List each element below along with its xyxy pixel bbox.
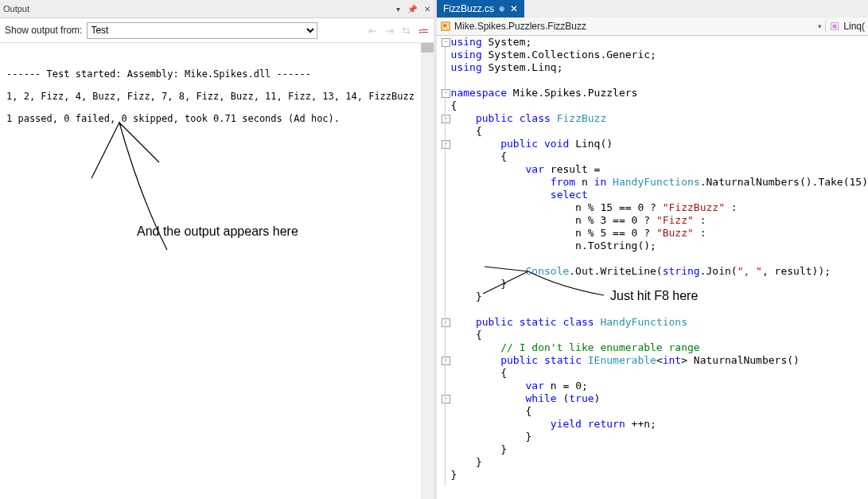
output-text[interactable]: ------ Test started: Assembly: Mike.Spik…	[0, 43, 434, 499]
annotation-left-text: And the output appears here	[137, 224, 298, 238]
indent-right-icon[interactable]: ⇥	[385, 25, 394, 37]
tab-close-icon[interactable]: ✕	[510, 3, 518, 14]
output-pane: Output ▾ 📌 ✕ Show output from: Test ⇤ ⇥ …	[0, 0, 437, 499]
navbar-member-dropdown[interactable]: Linq(	[826, 21, 868, 32]
document-tabstrip: FizzBuzz.cs ⊕ ✕	[437, 0, 868, 18]
show-output-label: Show output from:	[5, 25, 82, 36]
output-scroll-thumb[interactable]	[421, 43, 434, 53]
navbar-namespace: Mike.Spikes.Puzzlers.FizzBuzz	[454, 21, 586, 32]
chevron-down-icon: ▾	[818, 22, 822, 30]
close-icon[interactable]: ✕	[424, 5, 430, 14]
pin-icon[interactable]: 📌	[407, 5, 417, 14]
editor-pane: FizzBuzz.cs ⊕ ✕ Mike.Spikes.Puzzlers.Fiz…	[437, 0, 868, 499]
output-pane-titlebar[interactable]: Output ▾ 📌 ✕	[0, 0, 434, 18]
code-editor[interactable]: ------- using System;using System.Collec…	[437, 36, 868, 499]
svg-point-3	[833, 24, 837, 28]
output-source-select[interactable]: Test	[87, 22, 317, 39]
outline-toggle[interactable]: -	[442, 38, 450, 47]
outline-toggle[interactable]: -	[442, 115, 450, 123]
tab-pin-icon[interactable]: ⊕	[499, 5, 505, 13]
toggle-wrap-icon[interactable]: ≔	[418, 25, 429, 37]
outline-toggle[interactable]: -	[442, 140, 450, 149]
navbar-member: Linq(	[843, 21, 865, 32]
indent-left-icon[interactable]: ⇤	[368, 25, 377, 37]
outline-gutter[interactable]: -------	[437, 36, 446, 499]
outline-toggle[interactable]: -	[442, 318, 450, 327]
class-icon	[440, 21, 451, 32]
output-toolbar: Show output from: Test ⇤ ⇥ ⇆ ≔	[0, 18, 434, 43]
editor-navbar: Mike.Spikes.Puzzlers.FizzBuzz ▾ Linq(	[437, 18, 868, 36]
clear-all-icon[interactable]: ⇆	[402, 25, 411, 37]
outline-toggle[interactable]: -	[442, 357, 450, 365]
tab-filename: FizzBuzz.cs	[443, 3, 494, 14]
document-tab-fizzbuzz[interactable]: FizzBuzz.cs ⊕ ✕	[437, 0, 524, 18]
method-icon	[829, 21, 840, 32]
output-scrollbar[interactable]	[421, 43, 434, 499]
navbar-type-dropdown[interactable]: Mike.Spikes.Puzzlers.FizzBuzz ▾	[437, 21, 826, 32]
outline-toggle[interactable]: -	[442, 89, 450, 98]
svg-rect-1	[443, 24, 446, 27]
output-pane-title: Output	[3, 4, 391, 14]
outline-toggle[interactable]: -	[442, 395, 450, 403]
window-position-icon[interactable]: ▾	[396, 5, 400, 14]
